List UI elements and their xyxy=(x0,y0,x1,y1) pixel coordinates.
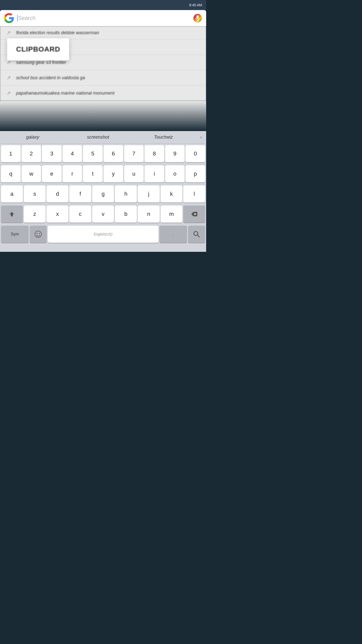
prediction-screenshot[interactable]: screenshot xyxy=(65,133,131,141)
suggestion-item[interactable]: ↗ florida election results debbie wasser… xyxy=(0,26,206,39)
key-e[interactable]: e xyxy=(42,165,62,182)
prediction-galaxy[interactable]: galaxy xyxy=(0,133,65,141)
shift-key[interactable] xyxy=(1,206,23,223)
sym-label: Sym xyxy=(11,232,19,236)
key-3[interactable]: 3 xyxy=(42,145,62,162)
space-key[interactable]: English(US) xyxy=(48,226,158,243)
trend-icon: ↗ xyxy=(5,30,12,36)
search-key[interactable] xyxy=(188,226,205,243)
number-row: 1 2 3 4 5 6 7 8 9 0 xyxy=(0,144,206,164)
trend-icon: ↗ xyxy=(5,90,12,96)
clipboard-label: CLIPBOARD xyxy=(16,45,60,53)
search-icon xyxy=(193,231,200,238)
key-w[interactable]: w xyxy=(22,165,41,182)
space-label: English(US) xyxy=(94,232,113,236)
prediction-bar: galaxy screenshot Touchwiz › xyxy=(0,131,206,144)
key-u[interactable]: u xyxy=(124,165,144,182)
asdf-row: a s d f g h j k l xyxy=(0,184,206,204)
sym-key[interactable]: Sym xyxy=(1,226,29,243)
key-2[interactable]: 2 xyxy=(22,145,41,162)
status-time: 8:45 AM xyxy=(189,3,202,7)
key-m[interactable]: m xyxy=(161,206,183,223)
key-v[interactable]: v xyxy=(92,206,114,223)
key-5[interactable]: 5 xyxy=(83,145,103,162)
svg-point-10 xyxy=(194,231,198,235)
gradient-overlay xyxy=(0,101,206,131)
key-f[interactable]: f xyxy=(69,185,91,203)
search-placeholder: Search xyxy=(18,15,36,21)
key-q[interactable]: q xyxy=(1,165,21,182)
key-o[interactable]: o xyxy=(165,165,185,182)
svg-marker-4 xyxy=(10,212,14,216)
svg-point-8 xyxy=(36,233,37,234)
shift-icon xyxy=(9,211,15,217)
key-b[interactable]: b xyxy=(115,206,137,223)
key-y[interactable]: y xyxy=(104,165,123,182)
key-d[interactable]: d xyxy=(47,185,68,203)
svg-point-9 xyxy=(39,233,40,234)
search-bar[interactable]: Search xyxy=(0,10,206,26)
mic-icon[interactable] xyxy=(193,14,202,23)
svg-rect-1 xyxy=(197,15,199,19)
key-9[interactable]: 9 xyxy=(165,145,185,162)
key-n[interactable]: n xyxy=(138,206,160,223)
bottom-row: Sym English(US) . xyxy=(0,224,206,244)
backspace-icon xyxy=(191,212,198,217)
key-6[interactable]: 6 xyxy=(104,145,123,162)
prediction-touchwiz[interactable]: Touchwiz xyxy=(131,133,196,141)
key-k[interactable]: k xyxy=(161,185,183,203)
zxcv-row: z x c v b n m xyxy=(0,204,206,224)
emoji-icon xyxy=(34,230,42,238)
key-0[interactable]: 0 xyxy=(186,145,205,162)
key-i[interactable]: i xyxy=(145,165,164,182)
key-t[interactable]: t xyxy=(83,165,103,182)
key-8[interactable]: 8 xyxy=(145,145,164,162)
backspace-key[interactable] xyxy=(183,206,205,223)
status-bar: 8:45 AM xyxy=(0,0,206,10)
key-j[interactable]: j xyxy=(138,185,160,203)
suggestion-text: school bus accident in valdosta ga xyxy=(16,75,85,80)
svg-point-7 xyxy=(35,231,41,237)
search-input[interactable]: Search xyxy=(17,15,190,21)
suggestion-text: florida election results debbie wasserma… xyxy=(16,30,99,35)
prediction-arrow[interactable]: › xyxy=(196,135,206,140)
key-r[interactable]: r xyxy=(63,165,82,182)
suggestion-text: samsung gear s3 frontier xyxy=(16,60,66,65)
key-s[interactable]: s xyxy=(24,185,46,203)
key-c[interactable]: c xyxy=(69,206,91,223)
suggestions-area: ↗ florida election results debbie wasser… xyxy=(0,26,206,101)
key-4[interactable]: 4 xyxy=(63,145,82,162)
svg-line-11 xyxy=(197,235,200,237)
key-g[interactable]: g xyxy=(92,185,114,203)
key-7[interactable]: 7 xyxy=(124,145,144,162)
period-label: . xyxy=(173,232,174,236)
key-a[interactable]: a xyxy=(1,185,23,203)
bottom-bar xyxy=(0,244,206,252)
suggestion-item[interactable]: ↗ school bus accident in valdosta ga xyxy=(0,70,206,86)
key-l[interactable]: l xyxy=(183,185,205,203)
emoji-key[interactable] xyxy=(30,226,47,243)
key-1[interactable]: 1 xyxy=(1,145,21,162)
trend-icon: ↗ xyxy=(5,75,12,81)
key-z[interactable]: z xyxy=(24,206,46,223)
google-logo xyxy=(4,13,14,23)
key-p[interactable]: p xyxy=(186,165,205,182)
clipboard-popup[interactable]: CLIPBOARD xyxy=(7,38,69,60)
key-h[interactable]: h xyxy=(115,185,137,203)
cursor xyxy=(17,15,18,21)
qwerty-row: q w e r t y u i o p xyxy=(0,164,206,184)
keyboard[interactable]: galaxy screenshot Touchwiz › 1 2 3 4 5 6… xyxy=(0,131,206,252)
suggestion-item[interactable]: ↗ papahanaumokuakea marine national monu… xyxy=(0,86,206,101)
suggestion-text: papahanaumokuakea marine national monume… xyxy=(16,91,114,96)
key-x[interactable]: x xyxy=(47,206,68,223)
period-key[interactable]: . xyxy=(159,226,187,243)
